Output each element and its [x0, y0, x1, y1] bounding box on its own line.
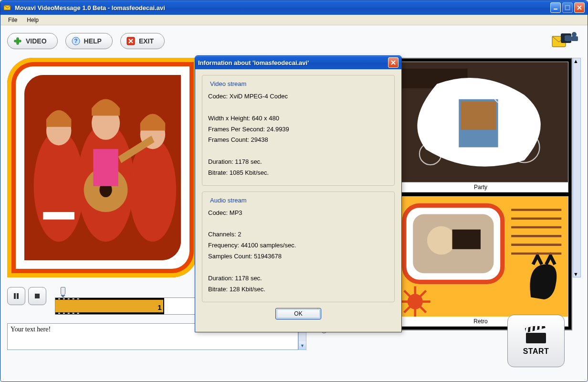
timeline-clip[interactable]: 1 — [55, 298, 164, 314]
svg-rect-60 — [35, 294, 40, 298]
svg-rect-74 — [526, 333, 546, 343]
dialog-title: Information about 'lomasfeodecai.avi' — [198, 59, 388, 66]
audio-stream-legend: Audio stream — [208, 197, 249, 204]
audio-stream-group: Audio stream Codec: MP3 Channels: 2 Freq… — [202, 191, 395, 302]
svg-rect-62 — [55, 298, 163, 300]
video-button-label: VIDEO — [26, 37, 47, 45]
close-icon — [126, 37, 135, 45]
audio-bitrate: Bitrate: 128 Kbit/sec. — [208, 285, 388, 294]
template-label: Party — [393, 182, 568, 192]
template-item[interactable]: Retro — [393, 196, 568, 327]
close-button[interactable] — [574, 2, 585, 13]
window-title: Movavi VideoMessage 1.0 Beta - lomasfeod… — [15, 4, 550, 11]
start-button-label: START — [523, 347, 549, 356]
video-frames: Frames Count: 29438 — [208, 136, 388, 145]
video-fps: Frames Per Second: 24.9939 — [208, 125, 388, 134]
svg-rect-1 — [554, 9, 557, 10]
svg-rect-4 — [14, 40, 21, 42]
dialog-close-button[interactable] — [388, 57, 399, 68]
svg-rect-46 — [452, 229, 481, 249]
help-button[interactable]: ? HELP — [65, 33, 113, 49]
svg-text:?: ? — [74, 38, 77, 44]
scroll-down-icon[interactable]: ▼ — [573, 271, 580, 277]
svg-rect-73 — [77, 313, 79, 314]
svg-rect-72 — [73, 313, 74, 314]
scroll-up-icon[interactable]: ▲ — [573, 58, 580, 64]
plus-icon — [13, 37, 22, 45]
audio-samples: Samples Count: 51943678 — [208, 252, 388, 261]
video-preview — [7, 58, 198, 277]
seek-thumb-icon[interactable] — [61, 287, 65, 296]
dialog-titlebar[interactable]: Information about 'lomasfeodecai.avi' — [195, 56, 401, 69]
ok-button[interactable]: OK — [275, 308, 321, 319]
brand-logo-icon — [550, 32, 581, 51]
pause-button[interactable] — [7, 287, 25, 305]
template-item[interactable]: Party — [393, 62, 568, 192]
stop-button[interactable] — [28, 287, 46, 305]
video-dimensions: Width x Height: 640 x 480 — [208, 114, 388, 123]
exit-button-label: EXIT — [139, 37, 154, 45]
template-thumb-party — [393, 62, 568, 182]
svg-rect-63 — [55, 312, 163, 314]
menubar: File Help — [0, 15, 588, 25]
svg-rect-79 — [539, 326, 542, 329]
template-scrollbar[interactable]: ▲ ▼ — [573, 58, 581, 277]
audio-frequency: Frequency: 44100 samples/sec. — [208, 241, 388, 250]
svg-rect-10 — [565, 35, 571, 41]
start-button[interactable]: START — [507, 315, 565, 367]
clip-number-label: 1 — [158, 303, 162, 311]
svg-point-45 — [427, 226, 455, 254]
video-button[interactable]: VIDEO — [7, 33, 58, 49]
svg-rect-23 — [43, 212, 74, 220]
video-stream-legend: Video stream — [208, 80, 248, 87]
info-dialog: Information about 'lomasfeodecai.avi' Vi… — [195, 55, 402, 332]
svg-rect-70 — [63, 313, 65, 314]
svg-rect-66 — [68, 298, 70, 299]
minimize-button[interactable] — [550, 2, 561, 13]
toolbar: VIDEO ? HELP EXIT — [7, 30, 581, 52]
maximize-button — [562, 2, 573, 13]
app-icon — [3, 4, 12, 11]
svg-rect-59 — [17, 293, 19, 299]
clapperboard-icon — [525, 326, 547, 345]
svg-rect-68 — [77, 298, 79, 299]
question-icon: ? — [72, 37, 80, 45]
video-stream-group: Video stream Codec: XviD MPEG-4 Codec Wi… — [202, 75, 395, 186]
svg-rect-33 — [461, 101, 496, 129]
svg-rect-69 — [58, 313, 60, 314]
main-titlebar[interactable]: Movavi VideoMessage 1.0 Beta - lomasfeod… — [0, 0, 588, 15]
video-bitrate: Bitrate: 1085 Kbit/sec. — [208, 169, 388, 178]
template-thumb-retro — [393, 197, 568, 317]
audio-channels: Channels: 2 — [208, 230, 388, 239]
svg-rect-58 — [14, 293, 16, 299]
help-button-label: HELP — [84, 37, 102, 45]
svg-rect-67 — [73, 298, 74, 299]
scroll-down-icon[interactable]: ▼ — [299, 341, 306, 350]
audio-duration: Duration: 1178 sec. — [208, 274, 388, 283]
video-duration: Duration: 1178 sec. — [208, 158, 388, 167]
audio-codec: Codec: MP3 — [208, 209, 388, 218]
svg-rect-61 — [55, 298, 163, 314]
svg-point-12 — [572, 32, 577, 37]
svg-rect-2 — [566, 6, 570, 10]
video-codec: Codec: XviD MPEG-4 Codec — [208, 92, 388, 101]
svg-rect-11 — [571, 36, 578, 41]
svg-rect-71 — [68, 313, 70, 314]
menu-help[interactable]: Help — [22, 16, 43, 24]
menu-file[interactable]: File — [3, 16, 22, 24]
exit-button[interactable]: EXIT — [120, 33, 165, 49]
svg-rect-24 — [93, 149, 118, 186]
svg-rect-64 — [58, 298, 60, 299]
svg-rect-65 — [63, 298, 65, 299]
svg-point-14 — [34, 130, 84, 242]
